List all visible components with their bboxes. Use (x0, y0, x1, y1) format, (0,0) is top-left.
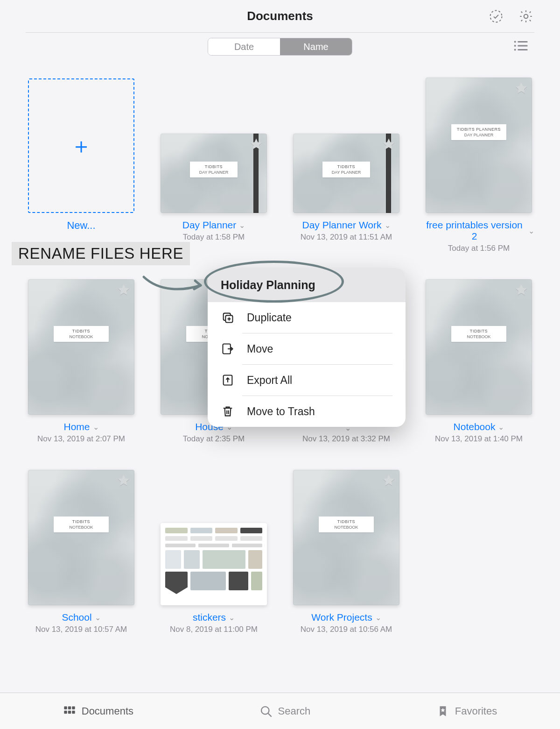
plus-icon: ＋ (70, 135, 92, 156)
svg-point-3 (514, 45, 516, 47)
document-name[interactable]: School⌄ (62, 612, 100, 623)
chevron-down-icon: ⌄ (95, 613, 101, 622)
tab-label: Search (278, 705, 311, 717)
tab-label: Documents (82, 705, 133, 717)
menu-label: Duplicate (247, 311, 292, 324)
chevron-down-icon: ⌄ (528, 226, 534, 235)
document-cell: TIDBITSNOTEBOOK Notebook⌄Nov 13, 2019 at… (423, 279, 534, 444)
document-cell: TIDBITSNOTEBOOK School⌄Nov 13, 2019 at 1… (26, 470, 137, 634)
view-list-icon[interactable] (512, 38, 528, 56)
new-document-cell: ＋ New... (26, 78, 137, 253)
menu-duplicate[interactable]: Duplicate (208, 302, 406, 333)
popover-beak (405, 359, 406, 372)
svg-point-4 (514, 49, 516, 51)
document-cell: TIDBITSDAY PLANNER Day Planner Work⌄ Nov… (291, 78, 402, 253)
document-date: Nov 13, 2019 at 2:07 PM (37, 434, 125, 444)
star-icon (117, 474, 131, 488)
tab-search[interactable]: Search (259, 705, 311, 718)
document-cell: TIDBITSNOTEBOOK Home⌄Nov 13, 2019 at 2:0… (26, 279, 137, 444)
header: Documents (26, 0, 534, 33)
svg-rect-18 (68, 710, 71, 713)
sort-row: Date Name (0, 33, 560, 61)
document-thumbnail[interactable]: TIDBITSNOTEBOOK (28, 279, 134, 415)
chevron-down-icon: ⌄ (498, 423, 504, 432)
trash-icon (221, 404, 235, 418)
svg-line-21 (268, 713, 271, 716)
star-icon (514, 283, 528, 297)
tab-label: Favorites (455, 705, 497, 717)
svg-rect-15 (68, 706, 71, 709)
document-date: Today at 2:35 PM (183, 434, 245, 444)
document-name[interactable]: Work Projects⌄ (311, 612, 381, 623)
document-thumbnail[interactable]: TIDBITS PLANNERSDAY PLANNER (426, 78, 532, 213)
document-thumbnail[interactable]: TIDBITSNOTEBOOK (293, 470, 399, 605)
svg-point-2 (514, 41, 516, 43)
context-menu-popover: Holiday Planning Duplicate Move Export A… (208, 268, 406, 427)
document-date: Nov 13, 2019 at 10:56 AM (301, 625, 392, 634)
settings-icon[interactable] (518, 8, 534, 25)
document-name[interactable]: Day Planner Work⌄ (302, 219, 390, 231)
document-cell: TIDBITSDAY PLANNER Day Planner⌄ Today at… (158, 78, 269, 253)
svg-rect-19 (72, 710, 75, 713)
bookmark-star-icon (436, 705, 449, 718)
star-icon (117, 283, 131, 297)
document-thumbnail[interactable]: TIDBITSDAY PLANNER (161, 134, 267, 213)
document-date: Nov 13, 2019 at 10:57 AM (35, 625, 127, 634)
document-cell: TIDBITS PLANNERSDAY PLANNER free printab… (423, 78, 534, 253)
svg-rect-14 (64, 706, 67, 709)
bottom-tab-bar: Documents Search Favorites (0, 693, 560, 729)
chevron-down-icon: ⌄ (385, 221, 391, 230)
svg-rect-16 (72, 706, 75, 709)
document-date: Today at 1:56 PM (423, 244, 534, 253)
new-document-button[interactable]: ＋ (28, 78, 134, 213)
document-thumbnail[interactable]: TIDBITSNOTEBOOK (426, 279, 532, 415)
star-icon (382, 474, 396, 488)
document-date: Nov 13, 2019 at 1:40 PM (435, 434, 523, 444)
sort-by-date[interactable]: Date (208, 38, 280, 55)
page-title: Documents (247, 9, 313, 23)
svg-point-1 (524, 14, 528, 18)
chevron-down-icon: ⌄ (93, 423, 99, 432)
document-name[interactable]: Home⌄ (63, 421, 98, 432)
chevron-down-icon: ⌄ (239, 221, 245, 230)
sort-segmented-control: Date Name (208, 38, 352, 56)
document-cell: TIDBITSNOTEBOOK Work Projects⌄Nov 13, 20… (291, 470, 402, 634)
menu-label: Move to Trash (247, 405, 315, 418)
menu-move-to-trash[interactable]: Move to Trash (208, 396, 406, 427)
document-date: Nov 13, 2019 at 11:51 AM (301, 233, 392, 242)
grid-icon (63, 705, 76, 718)
tab-documents[interactable]: Documents (63, 705, 133, 718)
export-icon (221, 373, 235, 387)
new-document-label[interactable]: New... (67, 219, 95, 232)
duplicate-icon (221, 311, 235, 325)
document-name[interactable]: Notebook⌄ (454, 421, 504, 432)
menu-move[interactable]: Move (208, 333, 406, 364)
svg-rect-17 (64, 710, 67, 713)
chevron-down-icon: ⌄ (375, 613, 381, 622)
annotation-label: RENAME FILES HERE (12, 242, 190, 265)
star-icon (249, 137, 263, 151)
svg-point-0 (490, 10, 502, 22)
search-icon (259, 705, 273, 718)
menu-export-all[interactable]: Export All (208, 365, 406, 396)
chevron-down-icon: ⌄ (229, 613, 235, 622)
document-cell: stickers⌄Nov 8, 2019 at 11:00 PM (158, 470, 269, 634)
context-menu-title[interactable]: Holiday Planning (208, 268, 406, 302)
document-date: Today at 1:58 PM (182, 233, 245, 242)
star-icon (514, 81, 528, 95)
document-name[interactable]: Day Planner⌄ (182, 219, 245, 231)
document-name[interactable]: stickers⌄ (193, 612, 235, 623)
document-thumbnail[interactable]: TIDBITSNOTEBOOK (28, 470, 134, 605)
sync-status-icon[interactable] (488, 8, 504, 25)
document-date: Nov 8, 2019 at 11:00 PM (170, 625, 258, 634)
move-icon (221, 342, 235, 356)
document-date: Nov 13, 2019 at 3:32 PM (302, 434, 390, 444)
empty-cell (423, 470, 534, 634)
document-thumbnail[interactable] (161, 523, 267, 605)
star-icon (382, 137, 396, 151)
document-thumbnail[interactable]: TIDBITSDAY PLANNER (293, 134, 399, 213)
document-name[interactable]: free printables version 2⌄ (423, 219, 534, 242)
tab-favorites[interactable]: Favorites (436, 705, 497, 718)
menu-label: Export All (247, 374, 292, 387)
sort-by-name[interactable]: Name (280, 38, 352, 55)
